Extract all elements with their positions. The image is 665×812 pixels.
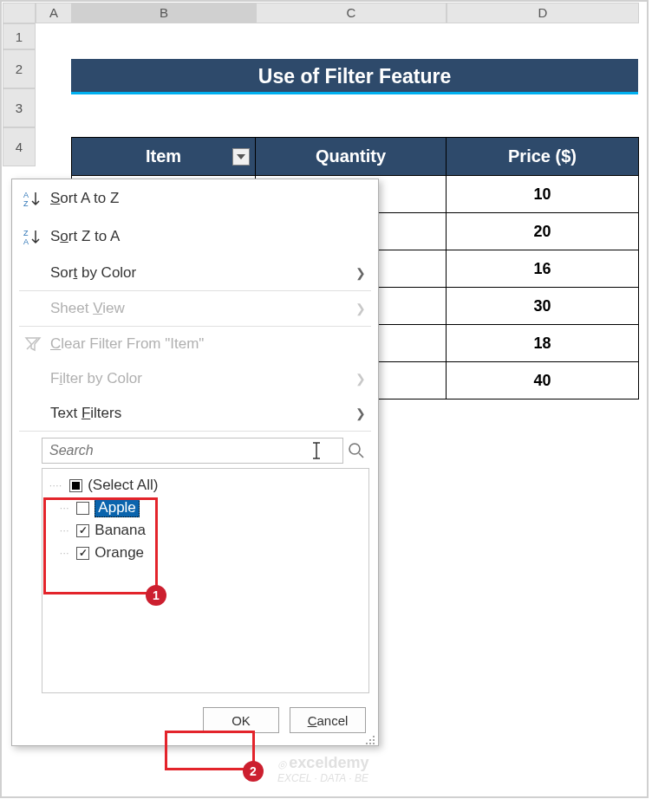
sort-za-icon: ZA: [21, 228, 45, 245]
banana-label: Banana: [95, 522, 146, 539]
price-cell[interactable]: 30: [447, 288, 639, 325]
svg-text:Z: Z: [23, 199, 29, 207]
sort-az-label: Sort A to Z: [50, 190, 366, 207]
row-header-4[interactable]: 4: [3, 127, 36, 166]
svg-point-9: [369, 739, 371, 741]
col-header-a[interactable]: A: [36, 3, 72, 23]
orange-label: Orange: [95, 544, 144, 562]
row-header-3[interactable]: 3: [3, 88, 36, 127]
row-header-1[interactable]: 1: [3, 23, 36, 49]
clear-filter-icon: [21, 336, 45, 352]
sheet-view: Sheet View ❯: [12, 291, 378, 326]
text-filters[interactable]: Text Filters ❯: [12, 396, 378, 431]
header-quantity: Quantity: [256, 138, 447, 176]
row-headers: 1 2 3 4: [3, 23, 36, 166]
svg-point-13: [373, 743, 375, 744]
chevron-down-icon: [237, 154, 245, 159]
svg-point-6: [349, 444, 360, 454]
checkbox-checked[interactable]: [76, 524, 89, 537]
cancel-button[interactable]: Cancel: [290, 707, 366, 733]
text-cursor-icon: [310, 441, 323, 460]
header-price: Price ($): [447, 138, 639, 176]
chevron-right-icon: ❯: [355, 372, 366, 386]
search-icon[interactable]: [343, 442, 369, 459]
svg-marker-0: [237, 154, 245, 159]
svg-line-7: [359, 453, 363, 458]
clear-filter: Clear Filter From "Item": [12, 327, 378, 361]
svg-text:A: A: [23, 191, 29, 199]
callout-1: 1: [146, 585, 166, 606]
checkbox-partial[interactable]: [69, 479, 82, 492]
resize-grip-icon[interactable]: [365, 732, 375, 743]
sort-za[interactable]: ZA Sort Z to A: [12, 218, 378, 256]
filter-items-list: ···· (Select All) ··· Apple ··· Banana ·…: [42, 468, 369, 693]
column-headers: A B C D: [3, 3, 639, 23]
sheet-view-label: Sheet View: [50, 300, 355, 317]
svg-point-11: [366, 743, 368, 744]
select-all-corner[interactable]: [3, 3, 36, 23]
chevron-right-icon: ❯: [355, 302, 366, 315]
menu-separator: [19, 431, 371, 432]
filter-dropdown-button[interactable]: [232, 148, 250, 166]
checkbox-checked[interactable]: [76, 547, 89, 560]
price-cell[interactable]: 20: [447, 213, 639, 250]
text-filters-label: Text Filters: [50, 405, 355, 422]
header-item-label: Item: [146, 146, 181, 166]
chevron-right-icon: ❯: [355, 266, 366, 280]
sort-za-label: Sort Z to A: [50, 228, 366, 245]
svg-point-8: [373, 736, 375, 737]
svg-point-12: [369, 743, 371, 744]
checkbox-unchecked[interactable]: [76, 502, 89, 515]
sort-by-color-label: Sort by Color: [50, 264, 355, 282]
col-header-c[interactable]: C: [256, 3, 447, 23]
callout-2: 2: [243, 761, 264, 782]
price-cell[interactable]: 40: [447, 362, 639, 400]
svg-point-10: [373, 739, 375, 741]
price-cell[interactable]: 10: [447, 176, 639, 213]
sort-az[interactable]: AZ Sort A to Z: [12, 179, 378, 218]
button-row: OK Cancel: [12, 693, 378, 745]
select-all-label: (Select All): [88, 477, 158, 494]
page-title: Use of Filter Feature: [71, 59, 638, 94]
search-wrap: [42, 437, 369, 464]
filter-by-color-label: Filter by Color: [50, 370, 355, 387]
ok-button[interactable]: OK: [203, 707, 279, 733]
svg-text:A: A: [23, 237, 29, 245]
header-item: Item: [72, 138, 256, 176]
sort-by-color[interactable]: Sort by Color ❯: [12, 256, 378, 290]
row-header-2[interactable]: 2: [3, 49, 36, 88]
svg-text:Z: Z: [23, 229, 29, 237]
filter-item-banana[interactable]: ··· Banana: [49, 519, 362, 542]
filter-item-apple[interactable]: ··· Apple: [49, 497, 362, 519]
col-header-b[interactable]: B: [72, 3, 256, 23]
apple-label: Apple: [95, 498, 139, 517]
sort-az-icon: AZ: [21, 190, 45, 207]
search-input[interactable]: [42, 438, 343, 464]
chevron-right-icon: ❯: [355, 406, 366, 420]
filter-item-select-all[interactable]: ···· (Select All): [49, 474, 362, 497]
price-cell[interactable]: 16: [447, 250, 639, 288]
price-cell[interactable]: 18: [447, 325, 639, 362]
filter-menu: AZ Sort A to Z ZA Sort Z to A Sort by Co…: [11, 179, 379, 746]
clear-filter-label: Clear Filter From "Item": [50, 335, 366, 353]
filter-item-orange[interactable]: ··· Orange: [49, 542, 362, 564]
filter-by-color: Filter by Color ❯: [12, 361, 378, 396]
col-header-d[interactable]: D: [447, 3, 639, 23]
